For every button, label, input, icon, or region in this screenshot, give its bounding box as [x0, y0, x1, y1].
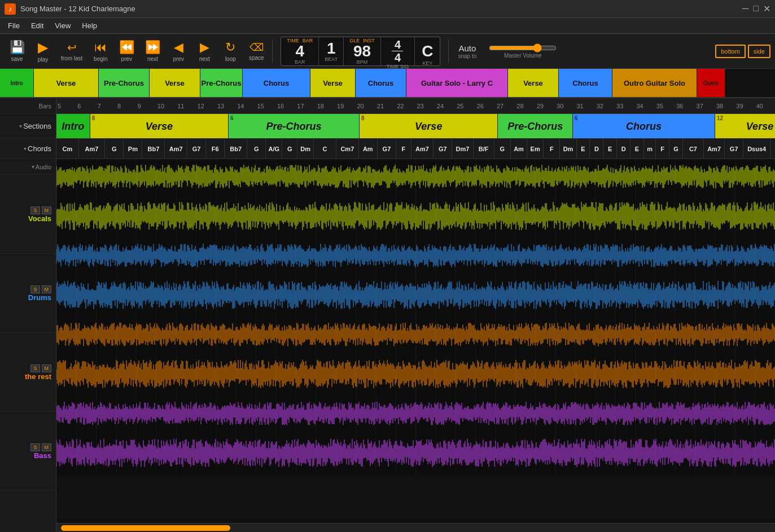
overview-section[interactable]: Verse: [34, 69, 99, 97]
bar-number: 29: [537, 103, 544, 109]
overview-section[interactable]: Verse: [508, 69, 559, 97]
bass-label: S M Bass: [0, 412, 56, 491]
overview-section[interactable]: Outro Guitar Solo: [612, 69, 697, 97]
section-block[interactable]: 12Verse: [715, 114, 775, 139]
from-last-icon: ↩: [67, 41, 77, 54]
chord-cell: Dm7: [452, 139, 473, 159]
audio-collapse[interactable]: ▾: [30, 162, 36, 171]
prev-section-button[interactable]: ⏪ prev: [114, 38, 139, 64]
menu-view[interactable]: View: [49, 19, 76, 32]
chord-cell: Dm: [560, 139, 576, 159]
section-block[interactable]: 8Verse: [360, 114, 498, 139]
rest-s-btn[interactable]: S: [30, 364, 40, 372]
chord-cell: E: [603, 139, 617, 159]
loop-button[interactable]: ↻ loop: [218, 38, 243, 64]
sections-label: Sections: [23, 122, 51, 130]
play-button[interactable]: ▶ play: [30, 37, 55, 65]
section-block[interactable]: 6Pre-Chorus: [229, 114, 360, 139]
maximize-btn[interactable]: □: [753, 3, 759, 14]
bottom-view-button[interactable]: bottom: [715, 45, 746, 58]
space-icon: ⌫: [249, 41, 264, 54]
section-overview: IntroVersePre-ChorusVersePre-ChorusChoru…: [0, 69, 775, 98]
drums-m-btn[interactable]: M: [42, 285, 52, 293]
window-controls[interactable]: ─ □ ✕: [742, 3, 770, 14]
window-title: Song Master - 12 Kid Charlemagne: [20, 5, 742, 13]
from-last-button[interactable]: ↩ from last: [56, 38, 87, 64]
sections-row[interactable]: Intro8Verse6Pre-Chorus8VersePre-Chorus6C…: [56, 114, 775, 139]
bar-number: 39: [736, 103, 743, 109]
time-sig-frac: 4 4: [392, 38, 403, 64]
bar-number: 26: [477, 103, 484, 109]
side-view-button[interactable]: side: [748, 45, 770, 58]
rest-waveform: [56, 317, 775, 396]
space-button[interactable]: ⌫ space: [244, 39, 269, 63]
overview-section[interactable]: Chorus: [356, 69, 406, 97]
chord-cell: F6: [206, 139, 225, 159]
overview-section[interactable]: Chorus: [559, 69, 612, 97]
loop-label: loop: [225, 56, 236, 62]
vocals-s-btn[interactable]: S: [30, 206, 40, 214]
snap-area: Auto snap to: [458, 43, 476, 59]
minimize-btn[interactable]: ─: [742, 3, 748, 14]
overview-section[interactable]: Verse: [150, 69, 200, 97]
rest-track-name: the rest: [25, 372, 51, 381]
timeline-container: Bars ▾ Sections ▾ Chords ▾ Audio S M Voc…: [0, 98, 775, 532]
overview-section[interactable]: Pre-Chorus: [200, 69, 243, 97]
menu-file[interactable]: File: [2, 19, 25, 32]
bar-number: 13: [217, 103, 224, 109]
chord-cell: G7: [725, 139, 743, 159]
bass-track-name: Bass: [34, 451, 51, 460]
bar-number: 28: [516, 103, 523, 109]
bar-number: 31: [576, 103, 583, 109]
vocals-m-btn[interactable]: M: [42, 206, 52, 214]
bar-number: 17: [297, 103, 304, 109]
chord-cell: Dm: [297, 139, 314, 159]
save-button[interactable]: 💾 save: [5, 38, 29, 64]
drums-s-btn[interactable]: S: [30, 285, 40, 293]
begin-button[interactable]: ⏮ begin: [88, 38, 113, 64]
chord-cell: E: [577, 139, 590, 159]
overview-section[interactable]: Chorus: [243, 69, 310, 97]
menu-help[interactable]: Help: [76, 19, 103, 32]
time-bar-cell: TIME BAR 4 BAR: [281, 37, 319, 65]
overview-section[interactable]: Pre-Chorus: [99, 69, 150, 97]
chord-cell: D: [590, 139, 603, 159]
overview-section[interactable]: Verse: [310, 69, 356, 97]
from-last-label: from last: [61, 55, 82, 61]
chord-cell: A/G: [266, 139, 282, 159]
h-scrollbar-thumb[interactable]: [61, 525, 230, 531]
chord-cell: Am: [359, 139, 378, 159]
chords-collapse[interactable]: ▾: [23, 144, 28, 153]
section-block[interactable]: 8Verse: [90, 114, 229, 139]
bass-m-btn[interactable]: M: [42, 443, 52, 451]
prev-beat-button[interactable]: ◀ prev: [166, 38, 191, 64]
menu-edit[interactable]: Edit: [25, 19, 49, 32]
next-beat-button[interactable]: ▶ next: [192, 38, 217, 64]
overview-section[interactable]: Intro: [0, 69, 34, 97]
snap-label: snap to: [458, 53, 476, 59]
close-btn[interactable]: ✕: [763, 3, 770, 14]
section-block[interactable]: Pre-Chorus: [498, 114, 573, 139]
bar-number: 15: [257, 103, 264, 109]
next-section-button[interactable]: ⏩ next: [140, 38, 165, 64]
save-label: save: [11, 56, 23, 62]
audio-label: Audio: [36, 164, 51, 170]
bass-track: [56, 396, 775, 475]
bpm-bot-label: BPM: [357, 59, 368, 65]
overview-section[interactable]: Outro: [697, 69, 725, 97]
section-block[interactable]: Intro: [56, 114, 90, 139]
bass-s-btn[interactable]: S: [30, 443, 40, 451]
chord-cell: C: [314, 139, 336, 159]
bar-value: 4: [296, 43, 305, 59]
sections-collapse[interactable]: ▾: [18, 122, 23, 130]
bars-label: Bars: [38, 103, 51, 109]
drums-sm-btns: S M: [30, 285, 51, 293]
volume-slider[interactable]: [489, 43, 557, 52]
play-label: play: [38, 56, 48, 63]
bars-row-label: Bars: [0, 98, 56, 114]
prev-section-label: prev: [121, 56, 132, 62]
overview-section[interactable]: Guitar Solo - Larry C: [406, 69, 508, 97]
section-block[interactable]: 6Chorus: [573, 114, 715, 139]
rest-m-btn[interactable]: M: [42, 364, 52, 372]
h-scrollbar[interactable]: [56, 523, 775, 532]
